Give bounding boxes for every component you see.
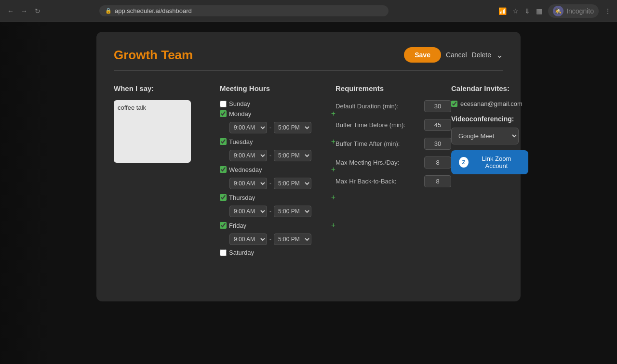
incognito-avatar: 🕵 bbox=[553, 6, 563, 16]
friday-time-row: 9:00 AM - 5:00 PM bbox=[229, 234, 335, 245]
wednesday-add-time-button[interactable]: + bbox=[331, 165, 335, 174]
menu-icon[interactable]: ⋮ bbox=[604, 7, 611, 15]
when-i-say-title: When I say: bbox=[114, 84, 220, 92]
wednesday-end-time[interactable]: 5:00 PM bbox=[274, 178, 311, 189]
cancel-button[interactable]: Cancel bbox=[446, 51, 467, 59]
thursday-row: Thursday + bbox=[220, 193, 335, 202]
thursday-end-time[interactable]: 5:00 PM bbox=[274, 206, 311, 217]
max-meeting-hrs-input[interactable] bbox=[424, 156, 451, 169]
wednesday-checkbox[interactable] bbox=[220, 166, 227, 173]
chevron-down-button[interactable]: ⌄ bbox=[496, 50, 503, 60]
content-grid: When I say: coffee talk Meeting Hours Su… bbox=[114, 84, 503, 258]
requirements-section: Requirements Default Duration (min): Buf… bbox=[335, 84, 451, 258]
max-meeting-hrs-label: Max Meeting Hrs./Day: bbox=[335, 159, 399, 166]
saturday-checkbox[interactable] bbox=[220, 249, 227, 256]
friday-time-separator: - bbox=[269, 236, 271, 243]
monday-row: Monday + bbox=[220, 109, 335, 118]
keyword-box[interactable]: coffee talk bbox=[114, 100, 191, 163]
monday-time-row: 9:00 AM - 5:00 PM bbox=[229, 122, 335, 133]
thursday-time-row: 9:00 AM - 5:00 PM bbox=[229, 206, 335, 217]
videoconferencing-title: Videoconferencing: bbox=[451, 115, 548, 123]
friday-start-time[interactable]: 9:00 AM bbox=[229, 234, 267, 245]
buffer-before-input[interactable] bbox=[424, 119, 451, 131]
monday-add-time-button[interactable]: + bbox=[331, 109, 335, 118]
header-actions: Save Cancel Delete ⌄ bbox=[404, 47, 503, 63]
wednesday-label: Wednesday bbox=[229, 166, 262, 173]
tuesday-add-time-button[interactable]: + bbox=[331, 137, 335, 146]
max-back-to-back-input[interactable] bbox=[424, 175, 451, 187]
email-label: ecesanan@gmail.com bbox=[460, 100, 523, 107]
outer-shell: Save Cancel Delete ⌄ When I say: coffee … bbox=[0, 22, 617, 364]
requirements-title: Requirements bbox=[335, 84, 451, 92]
thursday-checkbox[interactable] bbox=[220, 194, 227, 201]
zoom-button-label: Link Zoom Account bbox=[472, 155, 521, 169]
saturday-label: Saturday bbox=[229, 249, 254, 256]
incognito-badge: 🕵 Incognito bbox=[548, 4, 599, 18]
url-text: app.scheduler.ai/dashboard bbox=[115, 7, 192, 14]
tuesday-row: Tuesday + bbox=[220, 137, 335, 146]
buffer-before-label: Buffer Time Before (min): bbox=[335, 121, 405, 129]
reload-button[interactable]: ↻ bbox=[33, 6, 42, 16]
tuesday-start-time[interactable]: 9:00 AM bbox=[229, 150, 267, 161]
sunday-label: Sunday bbox=[229, 100, 250, 107]
side-panel bbox=[0, 22, 48, 364]
meeting-hours-section: Meeting Hours Sunday Monday + bbox=[220, 84, 335, 258]
monday-label: Monday bbox=[229, 110, 251, 117]
lock-icon: 🔒 bbox=[105, 8, 112, 14]
tuesday-label: Tuesday bbox=[229, 138, 253, 145]
default-duration-row: Default Duration (min): bbox=[335, 100, 451, 112]
main-card: Save Cancel Delete ⌄ When I say: coffee … bbox=[96, 32, 521, 301]
tuesday-checkbox[interactable] bbox=[220, 138, 227, 145]
incognito-label: Incognito bbox=[566, 7, 594, 15]
meeting-hours-title: Meeting Hours bbox=[220, 84, 335, 92]
friday-row: Friday + bbox=[220, 221, 335, 230]
wednesday-time-row: 9:00 AM - 5:00 PM bbox=[229, 178, 335, 189]
friday-end-time[interactable]: 5:00 PM bbox=[274, 234, 311, 245]
browser-actions: 📶 ☆ ⇓ ▦ 🕵 Incognito ⋮ bbox=[498, 4, 611, 18]
header-row: Save Cancel Delete ⌄ bbox=[114, 47, 503, 71]
monday-end-time[interactable]: 5:00 PM bbox=[274, 122, 311, 133]
max-meeting-hrs-row: Max Meeting Hrs./Day: bbox=[335, 156, 451, 169]
back-button[interactable]: ← bbox=[6, 6, 15, 16]
wednesday-time-separator: - bbox=[269, 180, 271, 187]
wednesday-start-time[interactable]: 9:00 AM bbox=[229, 178, 267, 189]
buffer-after-label: Buffer Time After (min): bbox=[335, 140, 400, 147]
when-i-say-section: When I say: coffee talk bbox=[114, 84, 220, 258]
calendar-invites-title: Calendar Invites: bbox=[451, 84, 548, 92]
buffer-after-row: Buffer Time After (min): bbox=[335, 138, 451, 150]
monday-time-separator: - bbox=[269, 124, 271, 131]
tuesday-time-separator: - bbox=[269, 152, 271, 159]
friday-add-time-button[interactable]: + bbox=[331, 221, 335, 230]
download-icon[interactable]: ⇓ bbox=[524, 7, 530, 15]
thursday-label: Thursday bbox=[229, 194, 255, 201]
thursday-start-time[interactable]: 9:00 AM bbox=[229, 206, 267, 217]
videoconferencing-select[interactable]: Google Meet bbox=[451, 128, 519, 144]
monday-checkbox[interactable] bbox=[220, 110, 227, 117]
event-title-input[interactable] bbox=[114, 48, 404, 63]
save-button[interactable]: Save bbox=[404, 47, 441, 63]
tuesday-end-time[interactable]: 5:00 PM bbox=[274, 150, 311, 161]
max-back-to-back-label: Max Hr Back-to-Back: bbox=[335, 178, 396, 185]
calendar-invites-section: Calendar Invites: ecesanan@gmail.com Vid… bbox=[451, 84, 548, 258]
delete-button[interactable]: Delete bbox=[472, 51, 491, 59]
sunday-checkbox[interactable] bbox=[220, 101, 227, 107]
max-back-to-back-row: Max Hr Back-to-Back: bbox=[335, 175, 451, 187]
tuesday-time-row: 9:00 AM - 5:00 PM bbox=[229, 150, 335, 161]
forward-button[interactable]: → bbox=[19, 6, 29, 16]
link-zoom-button[interactable]: Z Link Zoom Account bbox=[451, 150, 528, 174]
thursday-add-time-button[interactable]: + bbox=[331, 193, 335, 202]
default-duration-input[interactable] bbox=[424, 100, 451, 112]
friday-label: Friday bbox=[229, 222, 246, 229]
monday-start-time[interactable]: 9:00 AM bbox=[229, 122, 267, 133]
calendar-email-row: ecesanan@gmail.com bbox=[451, 100, 548, 107]
browser-chrome: ← → ↻ 🔒 app.scheduler.ai/dashboard 📶 ☆ ⇓… bbox=[0, 0, 617, 22]
star-icon[interactable]: ☆ bbox=[512, 7, 519, 15]
cast-icon[interactable]: 📶 bbox=[498, 7, 507, 15]
friday-checkbox[interactable] bbox=[220, 222, 227, 229]
thursday-time-separator: - bbox=[269, 208, 271, 215]
default-duration-label: Default Duration (min): bbox=[335, 103, 399, 110]
email-checkbox[interactable] bbox=[451, 101, 457, 107]
buffer-after-input[interactable] bbox=[424, 138, 451, 150]
address-bar[interactable]: 🔒 app.scheduler.ai/dashboard bbox=[99, 5, 389, 16]
sidebar-icon[interactable]: ▦ bbox=[536, 7, 542, 15]
